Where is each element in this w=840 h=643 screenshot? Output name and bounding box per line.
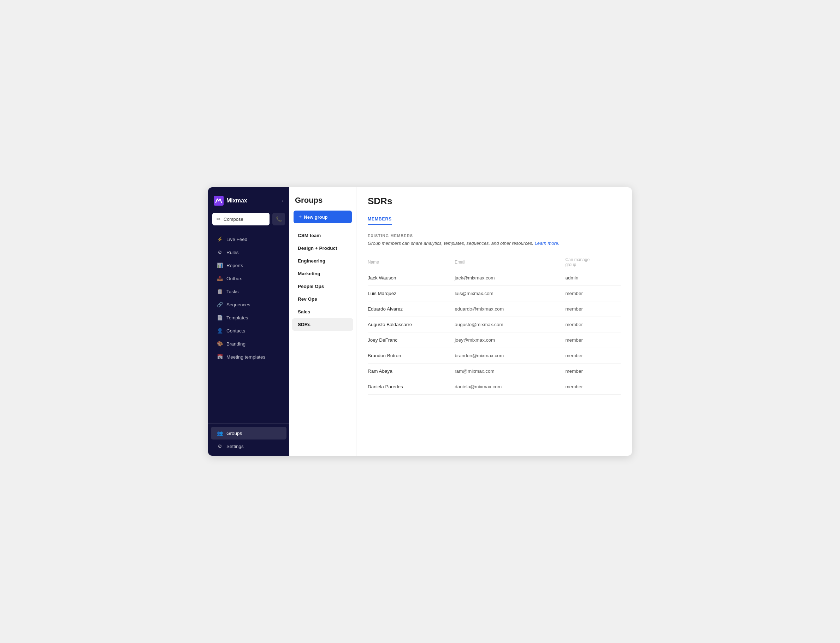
member-email: augusto@mixmax.com [455, 317, 565, 333]
sidebar-item-meeting-templates[interactable]: 📅 Meeting templates [211, 351, 287, 363]
logo-area: Mixmax [214, 196, 247, 206]
member-name: Jack Wauson [368, 270, 455, 286]
section-label: Existing Members [368, 233, 621, 238]
member-role: member [565, 379, 621, 395]
sidebar-item-groups[interactable]: 👥 Groups [211, 427, 287, 439]
member-name: Joey DeFranc [368, 333, 455, 348]
col-email-header: Email [455, 255, 565, 270]
sidebar-item-contacts[interactable]: 👤 Contacts [211, 324, 287, 337]
member-role: member [565, 301, 621, 317]
col-name-header: Name [368, 255, 455, 270]
compose-label: Compose [223, 217, 243, 222]
sidebar-item-sequences[interactable]: 🔗 Sequences [211, 298, 287, 311]
tabs-bar: Members [368, 214, 621, 225]
templates-icon: 📄 [217, 315, 223, 320]
table-row: Eduardo Alvarez eduardo@mixmax.com membe… [368, 301, 621, 317]
sidebar-item-branding[interactable]: 🎨 Branding [211, 338, 287, 350]
group-item-csm-team[interactable]: CSM team [292, 229, 353, 242]
table-header-row: Name Email Can managegroup [368, 255, 621, 270]
new-group-button[interactable]: + New group [294, 211, 352, 223]
member-name: Brandon Butron [368, 348, 455, 364]
meeting-templates-icon: 📅 [217, 354, 223, 360]
groups-icon: 👥 [217, 430, 223, 436]
main-content: SDRs Members Existing Members Group memb… [356, 187, 632, 456]
plus-icon: + [298, 214, 302, 220]
sidebar: Mixmax ‹ ✏ Compose 📞 ⚡ Live Feed ⚙ Rules [208, 187, 289, 456]
nav-items: ⚡ Live Feed ⚙ Rules 📊 Reports 📤 Outbox 📋… [208, 231, 289, 423]
mixmax-logo-icon [214, 196, 223, 206]
member-name: Ram Abaya [368, 364, 455, 379]
nav-label-outbox: Outbox [227, 276, 242, 281]
app-container: Mixmax ‹ ✏ Compose 📞 ⚡ Live Feed ⚙ Rules [208, 187, 632, 456]
nav-label-rules: Rules [227, 250, 239, 255]
member-name: Luis Marquez [368, 286, 455, 301]
member-name: Augusto Baldassarre [368, 317, 455, 333]
member-role: member [565, 333, 621, 348]
member-email: jack@mixmax.com [455, 270, 565, 286]
table-row: Joey DeFranc joey@mixmax.com member [368, 333, 621, 348]
nav-label-groups: Groups [227, 431, 242, 436]
nav-label-branding: Branding [227, 341, 246, 347]
section-desc-text: Group members can share analytics, templ… [368, 241, 533, 246]
table-row: Brandon Butron brandon@mixmax.com member [368, 348, 621, 364]
member-role: member [565, 364, 621, 379]
member-email: luis@mixmax.com [455, 286, 565, 301]
group-item-people-ops[interactable]: People Ops [292, 280, 353, 292]
sidebar-item-templates[interactable]: 📄 Templates [211, 311, 287, 324]
table-row: Jack Wauson jack@mixmax.com admin [368, 270, 621, 286]
member-email: eduardo@mixmax.com [455, 301, 565, 317]
group-item-rev-ops[interactable]: Rev Ops [292, 293, 353, 305]
reports-icon: 📊 [217, 263, 223, 268]
group-item-marketing[interactable]: Marketing [292, 268, 353, 280]
compose-icon: ✏ [217, 216, 221, 222]
group-item-engineering[interactable]: Engineering [292, 255, 353, 267]
group-item-sdrs[interactable]: SDRs [292, 318, 353, 331]
member-role: admin [565, 270, 621, 286]
settings-icon: ⚙ [217, 443, 223, 449]
logo-text: Mixmax [227, 197, 247, 204]
outbox-icon: 📤 [217, 276, 223, 281]
new-group-label: New group [304, 214, 328, 220]
compose-button[interactable]: ✏ Compose [212, 213, 269, 225]
sequences-icon: 🔗 [217, 302, 223, 307]
collapse-button[interactable]: ‹ [282, 198, 284, 204]
rules-icon: ⚙ [217, 250, 223, 255]
tab-members[interactable]: Members [368, 214, 392, 225]
phone-button[interactable]: 📞 [272, 213, 285, 225]
sidebar-item-settings[interactable]: ⚙ Settings [211, 440, 287, 452]
section-description: Group members can share analytics, templ… [368, 241, 621, 246]
member-name: Eduardo Alvarez [368, 301, 455, 317]
nav-label-meeting-templates: Meeting templates [227, 354, 265, 360]
nav-label-contacts: Contacts [227, 328, 245, 333]
nav-label-tasks: Tasks [227, 289, 239, 294]
table-row: Augusto Baldassarre augusto@mixmax.com m… [368, 317, 621, 333]
table-row: Ram Abaya ram@mixmax.com member [368, 364, 621, 379]
sidebar-item-outbox[interactable]: 📤 Outbox [211, 272, 287, 285]
nav-label-live-feed: Live Feed [227, 237, 247, 242]
table-row: Luis Marquez luis@mixmax.com member [368, 286, 621, 301]
phone-icon: 📞 [276, 216, 282, 222]
learn-more-link[interactable]: Learn more. [535, 241, 559, 246]
sidebar-item-rules[interactable]: ⚙ Rules [211, 246, 287, 259]
sidebar-bottom: 👥 Groups ⚙ Settings [208, 423, 289, 456]
member-role: member [565, 317, 621, 333]
member-email: daniela@mixmax.com [455, 379, 565, 395]
sidebar-item-tasks[interactable]: 📋 Tasks [211, 285, 287, 298]
tasks-icon: 📋 [217, 289, 223, 294]
nav-label-sequences: Sequences [227, 302, 250, 307]
col-manage-header: Can managegroup [565, 255, 621, 270]
member-email: joey@mixmax.com [455, 333, 565, 348]
member-role: member [565, 348, 621, 364]
group-item-design-product[interactable]: Design + Product [292, 242, 353, 255]
lightning-icon: ⚡ [217, 237, 223, 242]
member-name: Daniela Paredes [368, 379, 455, 395]
group-item-sales[interactable]: Sales [292, 305, 353, 318]
group-list: CSM team Design + Product Engineering Ma… [289, 229, 356, 456]
members-table: Name Email Can managegroup Jack Wauson j… [368, 255, 621, 395]
member-email: brandon@mixmax.com [455, 348, 565, 364]
sidebar-item-live-feed[interactable]: ⚡ Live Feed [211, 233, 287, 246]
sidebar-item-reports[interactable]: 📊 Reports [211, 259, 287, 272]
sidebar-header: Mixmax ‹ [208, 187, 289, 213]
contacts-icon: 👤 [217, 328, 223, 333]
nav-label-templates: Templates [227, 315, 248, 320]
